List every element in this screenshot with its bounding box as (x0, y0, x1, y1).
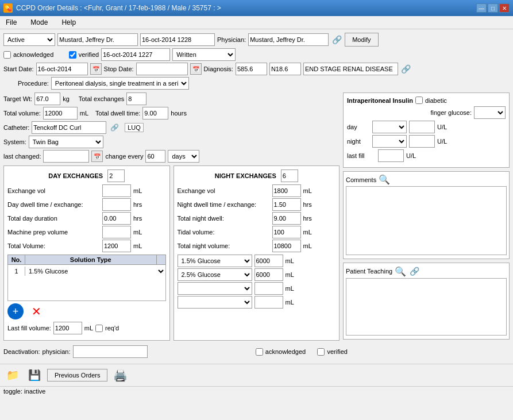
total-night-vol-input[interactable] (272, 240, 301, 252)
total-dwell-input[interactable] (142, 107, 168, 120)
status-select[interactable]: Active Inactive (3, 33, 55, 46)
print-button[interactable]: 🖨️ (111, 367, 129, 384)
diag2-input[interactable] (269, 63, 301, 75)
menu-mode[interactable]: Mode (27, 17, 51, 28)
patient-teaching-link-icon[interactable]: 🔗 (408, 265, 420, 277)
last-changed-cal-icon[interactable]: 📅 (91, 151, 103, 162)
verified-date-input[interactable] (101, 48, 170, 61)
catheter-input[interactable] (32, 121, 106, 134)
reqd-checkbox[interactable] (95, 325, 103, 332)
comments-textarea[interactable] (346, 186, 507, 255)
target-wt-input[interactable] (34, 93, 60, 105)
written-select[interactable]: Written Verbal (172, 48, 236, 61)
hours-label: hours (171, 110, 187, 117)
delete-solution-button[interactable]: ✕ (28, 303, 44, 319)
night-solution-row-4: 1.5% Glucose mL (178, 296, 336, 309)
night-dwell-input[interactable] (272, 198, 301, 211)
stop-date-input[interactable] (136, 63, 188, 75)
menu-help[interactable]: Help (58, 17, 79, 28)
night-solution-select-4[interactable]: 1.5% Glucose (178, 296, 252, 309)
catheter-label: Catheter: (3, 124, 29, 131)
finger-glucose-select[interactable] (474, 106, 506, 119)
last-fill-input[interactable] (53, 322, 82, 334)
date1-input[interactable] (140, 33, 215, 46)
procedure-select[interactable]: Peritoneal dialysis, single treatment in… (51, 77, 189, 90)
night-solution-vol-3[interactable] (254, 282, 283, 295)
night-solution-vol-4[interactable] (254, 296, 283, 309)
diagnosis-label: Diagnosis: (204, 65, 233, 72)
total-volume-input[interactable] (43, 107, 78, 120)
total-day-input[interactable] (102, 212, 131, 225)
diag-search-icon[interactable]: 🔗 (400, 63, 412, 75)
day-count-input[interactable] (107, 169, 125, 182)
nurse-input[interactable] (57, 33, 138, 46)
total-exchanges-input[interactable] (126, 93, 146, 105)
day-select[interactable] (372, 121, 407, 133)
comments-box: Comments 🔍 (343, 171, 510, 259)
physician-input[interactable] (248, 33, 329, 46)
minimize-button[interactable]: — (476, 3, 487, 13)
modify-button[interactable]: Modify (345, 33, 378, 47)
deact-verified-checkbox[interactable] (317, 348, 325, 356)
catheter-link-icon[interactable]: 🔗 (109, 122, 120, 133)
deactivation-physician-input[interactable] (73, 345, 148, 358)
acknowledged-checkbox[interactable] (3, 51, 11, 59)
tidal-input[interactable] (272, 226, 301, 238)
diabetic-checkbox[interactable] (415, 97, 423, 104)
status-bar: toggle: inactive (0, 386, 513, 396)
day-vol-input[interactable] (102, 184, 131, 197)
folder-button[interactable]: 📁 (3, 367, 22, 384)
day-total-vol-input[interactable] (102, 240, 131, 252)
previous-orders-button[interactable]: Previous Orders (47, 369, 107, 382)
night-solution-select-3[interactable]: 1.5% Glucose (178, 282, 252, 295)
night-ul-input[interactable] (409, 135, 435, 148)
total-night-vol-label: Total night volume: (178, 242, 272, 249)
maximize-button[interactable]: □ (488, 3, 498, 13)
last-fill-ins-input[interactable] (378, 149, 404, 162)
close-button[interactable]: ✕ (499, 3, 510, 13)
night-solution-row-3: 1.5% Glucose mL (178, 282, 336, 295)
insulin-night-row: night U/L (347, 135, 506, 148)
title-bar: 💊 CCPD Order Details : <Fuhr, Grant / 17… (0, 0, 513, 16)
total-night-input[interactable] (272, 212, 301, 225)
day-ul-input[interactable] (409, 121, 435, 133)
link-icon[interactable]: 🔗 (331, 34, 342, 45)
system-select[interactable]: Twin Bag (29, 136, 103, 148)
night-solution-vol-2[interactable] (254, 268, 283, 281)
days-select[interactable]: days weeks (168, 150, 199, 163)
night-solution-row-2: 2.5% Glucose 1.5% Glucose mL (178, 268, 336, 281)
stop-date-cal-icon[interactable]: 📅 (190, 63, 202, 75)
night-vol-label: Exchange vol (178, 187, 272, 194)
patient-teaching-search-icon[interactable]: 🔍 (395, 266, 406, 277)
day-ul-label: U/L (437, 124, 447, 130)
night-solution-vol-1[interactable] (254, 255, 283, 267)
last-fill-label: Last fill volume: (7, 325, 51, 332)
machine-prep-label: Machine prep volume (7, 229, 102, 236)
comments-search-icon[interactable]: 🔍 (379, 174, 390, 185)
solution-row-1: 1 1.5% Glucose 2.5% Glucose 4.25% Glucos… (8, 265, 165, 278)
solution-type-select-1[interactable]: 1.5% Glucose 2.5% Glucose 4.25% Glucose (25, 265, 165, 278)
diag1-input[interactable] (236, 63, 267, 75)
last-changed-input[interactable] (43, 150, 89, 163)
day-dwell-input[interactable] (102, 198, 131, 211)
night-vol-input[interactable] (272, 184, 301, 197)
night-solution-select-2[interactable]: 2.5% Glucose 1.5% Glucose (178, 268, 252, 281)
night-solution-select-1[interactable]: 1.5% Glucose 2.5% Glucose (178, 255, 252, 267)
start-date-cal-icon[interactable]: 📅 (90, 63, 102, 75)
add-solution-button[interactable]: + (7, 303, 24, 319)
verified-checkbox[interactable] (69, 51, 76, 59)
night-count-input[interactable] (281, 169, 298, 182)
day-exchanges-panel: DAY EXCHANGES Exchange vol mL Day dwell … (3, 165, 170, 341)
start-date-input[interactable] (36, 63, 88, 75)
patient-teaching-textarea[interactable] (346, 278, 507, 336)
diag-text-input[interactable] (303, 63, 398, 75)
change-every-input[interactable] (145, 150, 165, 163)
save-button[interactable]: 💾 (25, 367, 44, 384)
menu-file[interactable]: File (2, 17, 20, 28)
night-select[interactable] (372, 135, 407, 148)
last-fill-ml: mL (84, 325, 93, 332)
machine-prep-input[interactable] (102, 226, 131, 238)
deact-acknowledged-checkbox[interactable] (256, 348, 263, 356)
total-dwell-label: Total dwell time: (95, 110, 140, 117)
main-content: Active Inactive Physician: 🔗 Modify ackn… (0, 29, 513, 364)
